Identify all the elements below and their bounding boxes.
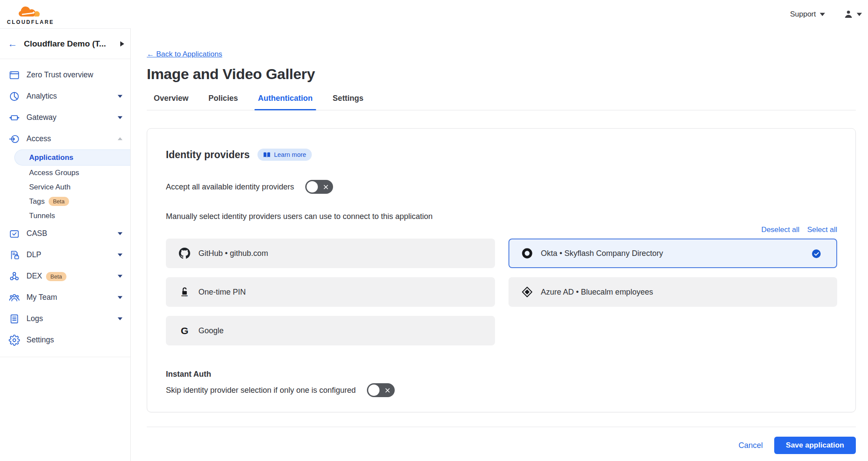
shell: ← Cloudflare Demo (T... Zero Trust overv… xyxy=(0,28,868,461)
tab-policies[interactable]: Policies xyxy=(205,94,241,110)
chevron-up-icon xyxy=(118,137,122,140)
okta-icon xyxy=(521,248,533,259)
provider-tile-google[interactable]: GGoogle xyxy=(166,316,495,345)
user-menu[interactable] xyxy=(844,10,862,18)
user-icon xyxy=(844,10,853,18)
sidebar-item-dex[interactable]: DEXBeta xyxy=(0,265,130,287)
sidebar-item-dlp[interactable]: DLP xyxy=(0,244,130,265)
svg-text:G: G xyxy=(181,325,188,336)
sidebar-item-applications[interactable]: Applications xyxy=(14,149,130,166)
sidebar-item-tags[interactable]: TagsBeta xyxy=(0,194,130,209)
sidebar-item-service-auth[interactable]: Service Auth xyxy=(0,180,130,194)
sidebar-item-label: Tunnels xyxy=(29,212,55,220)
lock-pin-icon: **** xyxy=(179,286,190,298)
chevron-down-icon xyxy=(820,13,825,16)
cloudflare-logo[interactable]: CLOUDFLARE xyxy=(7,6,54,25)
chevron-right-icon[interactable] xyxy=(120,41,124,46)
sidebar-item-settings[interactable]: Settings xyxy=(0,329,130,351)
sidebar: ← Cloudflare Demo (T... Zero Trust overv… xyxy=(0,28,131,461)
check-icon xyxy=(812,249,821,258)
topbar-right: Support xyxy=(790,10,862,19)
instant-auth-label: Skip identity provider selection if only… xyxy=(166,386,356,395)
sidebar-item-label: Access Groups xyxy=(29,169,79,177)
sidebar-item-label: Access xyxy=(26,134,111,143)
provider-tile-one-time-pin[interactable]: ****One-time PIN xyxy=(166,277,495,307)
provider-label: GitHub • github.com xyxy=(198,249,268,258)
sidebar-item-label: DLP xyxy=(26,250,111,259)
learn-more-badge[interactable]: Learn more xyxy=(257,149,312,161)
toggle-knob xyxy=(368,385,380,396)
provider-tile-okta-skyflash-company-directory[interactable]: Okta • Skyflash Company Directory xyxy=(508,239,838,268)
sidebar-item-access[interactable]: Access xyxy=(0,128,130,149)
provider-label: One-time PIN xyxy=(198,288,246,297)
svg-text:****: **** xyxy=(182,294,188,298)
chevron-down-icon xyxy=(118,232,122,235)
deselect-all-link[interactable]: Deselect all xyxy=(761,226,799,234)
chevron-down-icon xyxy=(857,13,862,16)
x-icon xyxy=(323,184,329,190)
select-all-link[interactable]: Select all xyxy=(807,226,837,234)
toggle-knob xyxy=(307,181,318,192)
tab-overview[interactable]: Overview xyxy=(150,94,192,110)
sidebar-item-my-team[interactable]: My Team xyxy=(0,287,130,308)
sidebar-item-logs[interactable]: Logs xyxy=(0,308,130,329)
account-switcher: ← Cloudflare Demo (T... xyxy=(0,28,130,59)
account-name: Cloudflare Demo (T... xyxy=(24,39,114,49)
manual-select-label: Manually select identity providers users… xyxy=(166,212,837,221)
sidebar-item-label: Logs xyxy=(26,314,111,323)
sidebar-item-casb[interactable]: CASB xyxy=(0,223,130,244)
github-icon xyxy=(179,248,190,259)
logs-icon xyxy=(9,313,20,325)
azure-ad-icon xyxy=(521,286,533,298)
provider-label: Okta • Skyflash Company Directory xyxy=(541,249,663,258)
x-icon xyxy=(385,388,390,393)
accept-all-toggle[interactable] xyxy=(305,180,333,194)
sidebar-item-label: Analytics xyxy=(26,92,111,101)
accept-all-row: Accept all available identity providers xyxy=(166,180,837,194)
back-arrow-icon[interactable]: ← xyxy=(8,39,17,49)
gear-icon xyxy=(9,335,20,346)
brand-text: CLOUDFLARE xyxy=(7,19,54,25)
sidebar-item-label: My Team xyxy=(26,293,111,302)
dlp-lock-icon xyxy=(9,249,20,261)
pie-chart-icon xyxy=(9,91,20,102)
chevron-down-icon xyxy=(118,275,122,278)
sidebar-nav: Zero Trust overviewAnalyticsGatewayAcces… xyxy=(0,59,130,351)
divider xyxy=(147,427,856,427)
sidebar-item-analytics[interactable]: Analytics xyxy=(0,86,130,107)
sidebar-item-label: Gateway xyxy=(26,113,111,122)
sidebar-item-label: Service Auth xyxy=(29,183,70,192)
provider-tile-azure-ad-bluecalm-employees[interactable]: Azure AD • Bluecalm employees xyxy=(508,277,838,307)
save-application-button[interactable]: Save application xyxy=(774,437,856,454)
window-icon xyxy=(9,70,20,81)
back-to-applications-link[interactable]: ← Back to Applications xyxy=(147,50,222,59)
instant-auth-toggle[interactable] xyxy=(367,383,395,397)
support-menu[interactable]: Support xyxy=(790,10,825,19)
gateway-icon xyxy=(9,112,20,123)
login-arrow-icon xyxy=(9,133,20,145)
provider-tile-github-github-com[interactable]: GitHub • github.com xyxy=(166,239,495,268)
cloudflare-cloud-icon xyxy=(17,6,44,20)
cancel-button[interactable]: Cancel xyxy=(739,441,763,450)
divider xyxy=(0,357,130,357)
tab-bar: OverviewPoliciesAuthenticationSettings xyxy=(147,94,856,110)
tab-settings[interactable]: Settings xyxy=(329,94,367,110)
beta-badge: Beta xyxy=(49,197,69,206)
tab-authentication[interactable]: Authentication xyxy=(254,94,316,110)
sidebar-item-gateway[interactable]: Gateway xyxy=(0,107,130,128)
provider-grid: GitHub • github.comOkta • Skyflash Compa… xyxy=(166,239,837,345)
chevron-down-icon xyxy=(118,116,122,119)
sidebar-item-zero-trust-overview[interactable]: Zero Trust overview xyxy=(0,64,130,86)
sidebar-item-tunnels[interactable]: Tunnels xyxy=(0,209,130,223)
footer-actions: Cancel Save application xyxy=(147,437,856,454)
team-icon xyxy=(9,292,20,303)
topbar: CLOUDFLARE Support xyxy=(0,0,868,28)
chevron-down-icon xyxy=(118,317,122,320)
casb-icon xyxy=(9,228,20,239)
book-icon xyxy=(263,152,271,158)
main-content: ← Back to Applications Image and Video G… xyxy=(131,28,868,461)
sidebar-item-label: Zero Trust overview xyxy=(26,70,123,80)
sidebar-item-access-groups[interactable]: Access Groups xyxy=(0,166,130,180)
app-root: CLOUDFLARE Support ← Cloud xyxy=(0,0,868,461)
support-label: Support xyxy=(790,10,816,19)
